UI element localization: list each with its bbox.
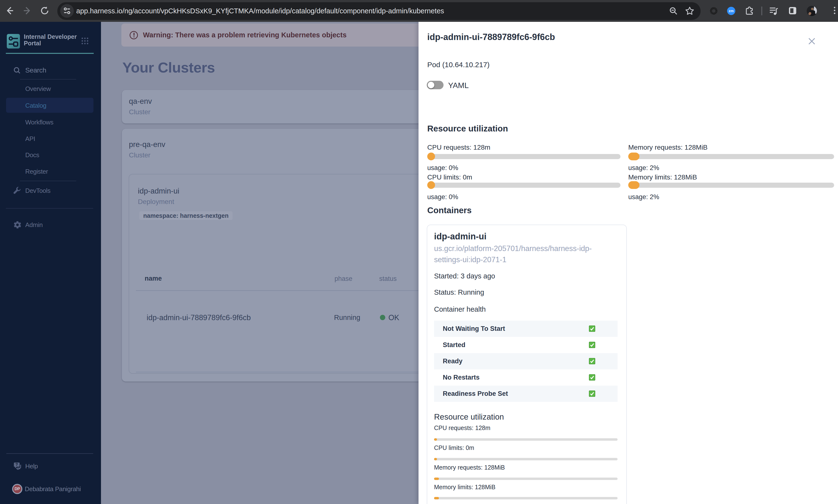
- svg-text:?: ?: [16, 462, 18, 467]
